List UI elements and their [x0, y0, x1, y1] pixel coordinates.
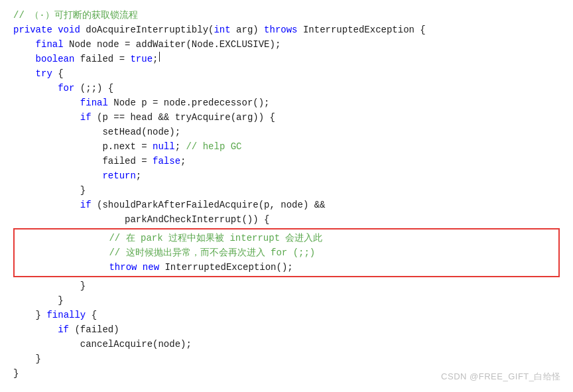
- line-close-inner-if: }: [13, 279, 560, 293]
- line-close-if: }: [13, 183, 560, 198]
- comment-park2: // 这时候抛出异常，而不会再次进入 for (;;): [109, 245, 315, 260]
- kw-final1: final: [36, 37, 64, 52]
- kw-new: new: [143, 260, 159, 275]
- line-pnext: p.next = null ; // help GC: [13, 139, 560, 154]
- line-return: return ;: [13, 168, 560, 183]
- line-if-head: if (p == head && tryAcquire(arg)) {: [13, 110, 560, 125]
- kw-void: void: [58, 23, 80, 37]
- code-block: // （·）可打断的获取锁流程 private void doAcquireIn…: [0, 8, 573, 381]
- kw-throws: throws: [264, 23, 297, 37]
- kw-null: null: [153, 139, 175, 154]
- kw-if2: if: [80, 198, 92, 212]
- highlight-line-2: // 这时候抛出异常，而不会再次进入 for (;;): [15, 245, 558, 260]
- line-comment: // （·）可打断的获取锁流程: [13, 8, 560, 23]
- line-close-finally: }: [13, 352, 560, 366]
- line-if-failed: if (failed): [13, 322, 560, 337]
- watermark: CSDN @FREE_GIFT_白给怪: [441, 371, 561, 383]
- line-try: try {: [13, 66, 560, 81]
- line-sethead: setHead(node);: [13, 125, 560, 139]
- comment-gc: // help GC: [186, 139, 241, 154]
- highlight-line-1: // 在 park 过程中如果被 interrupt 会进入此: [15, 231, 558, 245]
- kw-private: private: [13, 23, 52, 37]
- kw-true: true: [130, 52, 153, 66]
- kw-return: return: [102, 168, 135, 183]
- line-finally: } finally {: [13, 308, 560, 322]
- text-cursor: [159, 52, 160, 62]
- kw-final2: final: [80, 96, 108, 110]
- code-container: // （·）可打断的获取锁流程 private void doAcquireIn…: [0, 0, 573, 392]
- line-close-for: }: [13, 293, 560, 308]
- kw-finally: finally: [46, 308, 86, 322]
- line-failed-false: failed = false ;: [13, 154, 560, 168]
- kw-if1: if: [80, 110, 92, 125]
- kw-boolean: boolean: [36, 52, 75, 66]
- line-for: for (;;) {: [13, 81, 560, 96]
- comment-park1: // 在 park 过程中如果被 interrupt 会进入此: [109, 231, 322, 245]
- kw-try: try: [36, 66, 52, 81]
- highlight-box: // 在 park 过程中如果被 interrupt 会进入此 // 这时候抛出…: [13, 228, 560, 277]
- highlight-line-3: throw new InterruptedException();: [15, 260, 558, 275]
- line-cancel: cancelAcquire(node);: [13, 337, 560, 352]
- line-if-park1: if (shouldParkAfterFailedAcquire(p, node…: [13, 198, 560, 212]
- kw-throw: throw: [109, 260, 137, 275]
- kw-for: for: [58, 81, 74, 96]
- line-method-sig: private void doAcquireInterruptibly( int…: [13, 23, 560, 37]
- line-node-p: final Node p = node.predecessor();: [13, 96, 560, 110]
- comment-text: // （·）可打断的获取锁流程: [13, 8, 138, 23]
- line-boolean-decl: boolean failed = true ;: [13, 52, 560, 66]
- kw-false: false: [153, 154, 180, 168]
- kw-if3: if: [58, 322, 69, 337]
- line-node-decl: final Node node = addWaiter(Node.EXCLUSI…: [13, 37, 560, 52]
- kw-int: int: [214, 23, 230, 37]
- line-if-park2: parkAndCheckInterrupt()) {: [13, 212, 560, 227]
